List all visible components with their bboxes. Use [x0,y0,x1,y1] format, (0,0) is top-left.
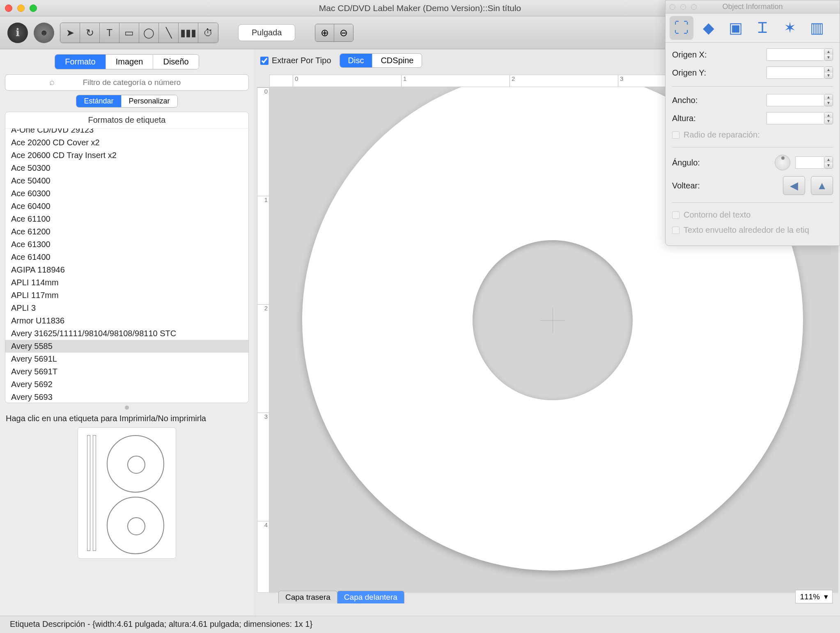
sidebar-subtabs: Estándar Personalizar [5,95,249,108]
zoom-in-button[interactable]: ⊕ [315,24,334,41]
layer-tabs: Capa trasera Capa delantera [278,591,404,603]
tab-imagen[interactable]: Imagen [106,55,154,69]
mask-button[interactable]: ☻ [34,23,54,43]
inspector-title: Object Information [722,2,783,11]
pointer-tool[interactable]: ➤ [60,23,80,43]
status-bar: Etiqueta Descripción - {width:4.61 pulga… [0,616,840,633]
flip-horizontal-button[interactable]: ◀ [783,176,805,195]
rotate-tool[interactable]: ↻ [80,23,100,43]
insp-tab-image[interactable]: ▣ [724,16,748,40]
info-button[interactable]: ℹ [7,23,28,43]
list-item[interactable]: Ace 61100 [5,213,248,225]
subtab-estandar[interactable]: Estándar [76,95,121,107]
search [5,74,249,91]
list-item[interactable]: Ace 61200 [5,225,248,238]
stepper-angle[interactable]: ▲▼ [824,156,833,169]
list-item[interactable]: Ace 20600 CD Tray Insert x2 [5,149,248,162]
text-tool[interactable]: T [100,23,119,43]
input-height[interactable] [767,112,824,124]
list-item[interactable]: Ace 50400 [5,174,248,187]
label-height: Altura: [672,114,696,123]
label-wrap: Texto envuelto alrededor de la etiq [684,225,809,235]
tab-formato[interactable]: Formato [55,55,106,69]
panel-min-icon[interactable] [680,4,686,10]
radius-checkbox [672,131,679,139]
panel-max-icon[interactable] [691,4,697,10]
list-item[interactable]: APLI 114mm [5,276,248,289]
timer-tool[interactable]: ⏱ [198,23,218,43]
list-item[interactable]: Ace 60300 [5,187,248,200]
angle-dial[interactable] [775,155,790,170]
list-item[interactable]: Ace 60400 [5,200,248,213]
rect-tool[interactable]: ▭ [119,23,139,43]
stepper-origin-x[interactable]: ▲▼ [824,48,833,61]
stepper-width[interactable]: ▲▼ [824,94,833,106]
insp-tab-geometry[interactable]: ⛶ [670,16,693,40]
panel-close-icon[interactable] [670,4,675,10]
label-angle: Ángulo: [672,158,700,167]
tab-diseno[interactable]: Diseño [153,55,198,69]
layout-preview[interactable] [78,427,176,559]
disc-hole [473,240,633,400]
outline-checkbox [672,211,679,219]
zoom-readout[interactable]: 111% ▾ [795,590,833,603]
list-item[interactable]: Avery 5691L [5,353,248,365]
list-item[interactable]: Ace 61300 [5,238,248,251]
unit-button[interactable]: Pulgada [238,24,295,41]
list-item[interactable]: Avery 5693 [5,391,248,403]
list-item[interactable]: Ace 50300 [5,162,248,174]
label-radius: Radio de reparación: [684,130,760,140]
resize-handle[interactable] [5,406,249,410]
flip-vertical-button[interactable]: ▲ [811,176,833,195]
crosshair-icon [540,308,565,333]
inspector-body: Origen X: ▲▼ Origen Y: ▲▼ Ancho: ▲▼ Altu… [666,43,840,245]
extract-checkbox[interactable]: Extraer Por Tipo [260,56,331,65]
subtab-personalizar[interactable]: Personalizar [122,95,177,107]
layer-back[interactable]: Capa trasera [278,591,337,603]
insp-tab-text[interactable]: Ꮖ [751,16,775,40]
list-item[interactable]: Armor U11836 [5,314,248,327]
insp-tab-effects[interactable]: ▥ [805,16,829,40]
input-width[interactable] [767,94,824,106]
tab-disc[interactable]: Disc [340,54,373,67]
fill-icon: ◆ [703,19,714,37]
zoom-out-button[interactable]: ⊖ [334,24,353,41]
ruler-vertical: 0 1 2 3 4 [257,87,269,593]
stepper-origin-y[interactable]: ▲▼ [824,67,833,79]
list-item[interactable]: Avery 5691T [5,365,248,378]
format-list[interactable]: A-One CD/DVD 29123Ace 20200 CD Cover x2A… [5,128,248,403]
label-width: Ancho: [672,96,698,105]
stepper-height[interactable]: ▲▼ [824,112,833,124]
ellipse-tool[interactable]: ◯ [139,23,159,43]
tab-cdspine[interactable]: CDSpine [372,54,422,67]
list-item[interactable]: Avery 5585 [5,340,248,353]
label-flip: Voltear: [672,181,700,190]
wrap-checkbox [672,227,679,234]
input-origin-x[interactable] [767,48,824,61]
search-input[interactable] [5,74,249,91]
list-item[interactable]: APLI 3 [5,302,248,314]
sidebar: Formato Imagen Diseño Estándar Personali… [0,49,254,616]
layer-front[interactable]: Capa delantera [337,591,404,603]
sidebar-tabs: Formato Imagen Diseño [5,54,249,69]
input-origin-y[interactable] [767,67,824,79]
zoom-value: 111% [800,592,820,601]
extract-checkbox-input[interactable] [260,57,269,65]
tool-group: ➤ ↻ T ▭ ◯ ╲ ▮▮▮ ⏱ [60,23,218,43]
insp-tab-align[interactable]: ✶ [778,16,802,40]
format-list-panel: Formatos de etiqueta A-One CD/DVD 29123A… [5,112,249,403]
list-item[interactable]: Ace 20200 CD Cover x2 [5,136,248,149]
barcode-tool[interactable]: ▮▮▮ [179,23,198,43]
list-item[interactable]: A-One CD/DVD 29123 [5,128,248,136]
insp-tab-fill[interactable]: ◆ [697,16,721,40]
dropdown-icon: ▾ [824,592,828,601]
zoom-group: ⊕ ⊖ [315,24,353,42]
input-angle[interactable] [795,156,824,169]
list-item[interactable]: APLI 117mm [5,289,248,302]
list-item[interactable]: Avery 5692 [5,378,248,391]
list-item[interactable]: Ace 61400 [5,251,248,264]
type-tabs: Disc CDSpine [340,53,422,68]
list-item[interactable]: Avery 31625/11111/98104/98108/98110 STC [5,327,248,340]
line-tool[interactable]: ╲ [159,23,179,43]
list-item[interactable]: AGIPA 118946 [5,264,248,276]
